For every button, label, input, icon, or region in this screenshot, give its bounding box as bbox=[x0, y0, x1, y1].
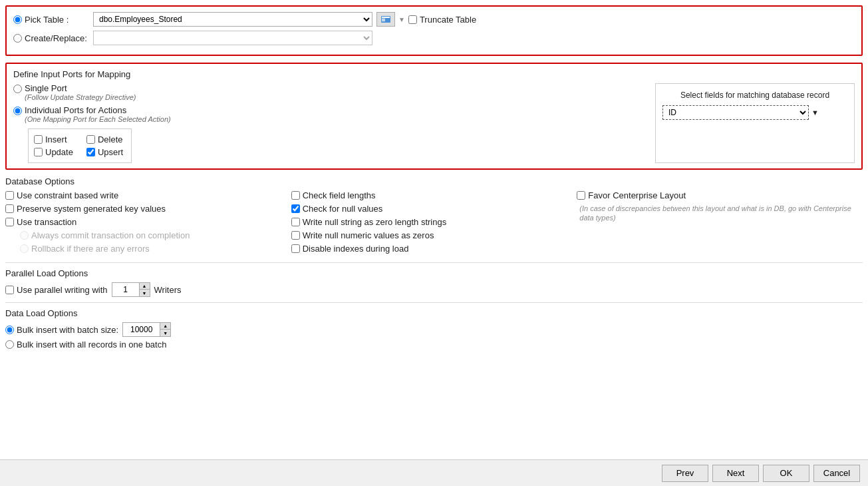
update-label: Update bbox=[45, 147, 73, 157]
toolbar-separator: ▼ bbox=[397, 16, 406, 23]
rollback-radio[interactable] bbox=[20, 244, 29, 253]
favor-centerprise-row: Favor Centerprise Layout bbox=[577, 190, 856, 200]
null-numeric-checkbox[interactable] bbox=[291, 231, 300, 240]
db-options-grid: Use constraint based write Preserve syst… bbox=[5, 190, 863, 257]
batch-size-spinner[interactable]: 10000 ▲ ▼ bbox=[122, 322, 171, 337]
check-field-lengths-row: Check field lengths bbox=[291, 190, 571, 200]
create-replace-radio[interactable] bbox=[13, 34, 22, 43]
batch-size-increment-button[interactable]: ▲ bbox=[160, 322, 170, 330]
data-load-section: Data Load Options Bulk insert with batch… bbox=[5, 308, 863, 350]
truncate-table-checkbox[interactable] bbox=[408, 15, 417, 24]
single-port-label: Single Port bbox=[25, 83, 136, 93]
centerprise-note-row: (In case of discrepancies between this l… bbox=[577, 204, 856, 223]
db-options-section: Database Options Use constraint based wr… bbox=[5, 176, 863, 257]
create-replace-label: Create/Replace: bbox=[25, 33, 87, 43]
favor-centerprise-text: Favor Centerprise Layout bbox=[588, 190, 686, 200]
writers-spinner[interactable]: 1 ▲ ▼ bbox=[112, 282, 150, 297]
ok-button[interactable]: OK bbox=[763, 465, 809, 482]
insert-checkbox[interactable] bbox=[34, 135, 43, 144]
rollback-text: Rollback if there are any errors bbox=[31, 244, 150, 254]
writers-input[interactable]: 1 bbox=[112, 283, 139, 296]
single-port-radio[interactable] bbox=[13, 85, 22, 93]
use-transaction-label[interactable]: Use transaction bbox=[5, 217, 76, 227]
svg-rect-3 bbox=[382, 21, 385, 22]
use-transaction-checkbox[interactable] bbox=[5, 218, 14, 226]
truncate-table-checkbox-label[interactable]: Truncate Table bbox=[408, 15, 476, 25]
insert-checkbox-label[interactable]: Insert bbox=[34, 134, 73, 144]
bulk-all-label[interactable]: Bulk insert with all records in one batc… bbox=[5, 340, 166, 350]
bulk-all-text: Bulk insert with all records in one batc… bbox=[17, 340, 166, 350]
always-commit-radio[interactable] bbox=[20, 231, 29, 240]
batch-size-input[interactable]: 10000 bbox=[123, 323, 160, 336]
delete-checkbox-label[interactable]: Delete bbox=[86, 134, 126, 144]
preserve-keys-row: Preserve system generated key values bbox=[5, 204, 285, 214]
upsert-checkbox-label[interactable]: Upsert bbox=[86, 147, 126, 157]
pick-table-radio-label[interactable]: Pick Table : bbox=[13, 15, 93, 25]
pick-table-label: Pick Table : bbox=[25, 15, 69, 25]
always-commit-text: Always commit transaction on completion bbox=[31, 230, 190, 240]
table-browse-button[interactable] bbox=[376, 12, 395, 27]
truncate-table-label: Truncate Table bbox=[420, 15, 476, 25]
field-dropdown-arrow[interactable]: ▼ bbox=[811, 109, 819, 117]
table-browse-icon bbox=[380, 15, 391, 24]
check-null-values-checkbox[interactable] bbox=[291, 204, 300, 213]
bulk-batch-label[interactable]: Bulk insert with batch size: bbox=[5, 325, 118, 335]
footer: Prev Next OK Cancel bbox=[0, 459, 868, 486]
db-col-1: Use constraint based write Preserve syst… bbox=[5, 190, 291, 257]
individual-port-sub: (One Mapping Port for Each Selected Acti… bbox=[25, 115, 171, 123]
cancel-button[interactable]: Cancel bbox=[813, 465, 860, 482]
field-dropdown[interactable]: ID bbox=[662, 105, 809, 120]
batch-size-decrement-button[interactable]: ▼ bbox=[160, 330, 170, 337]
check-null-values-label[interactable]: Check for null values bbox=[291, 204, 383, 214]
upsert-checkbox[interactable] bbox=[86, 148, 95, 156]
check-null-values-row: Check for null values bbox=[291, 204, 571, 214]
parallel-writing-checkbox[interactable] bbox=[5, 286, 14, 294]
centerprise-note: (In case of discrepancies between this l… bbox=[579, 204, 856, 223]
constraint-write-label[interactable]: Use constraint based write bbox=[5, 190, 118, 200]
individual-port-radio[interactable] bbox=[13, 107, 22, 115]
rollback-label[interactable]: Rollback if there are any errors bbox=[20, 244, 150, 254]
create-replace-radio-label[interactable]: Create/Replace: bbox=[13, 33, 93, 43]
writers-decrement-button[interactable]: ▼ bbox=[139, 290, 150, 297]
null-string-row: Write null string as zero length strings bbox=[291, 217, 571, 227]
create-replace-dropdown[interactable] bbox=[93, 31, 372, 45]
constraint-write-checkbox[interactable] bbox=[5, 191, 14, 200]
next-button[interactable]: Next bbox=[712, 465, 759, 482]
disable-indexes-checkbox[interactable] bbox=[291, 244, 300, 253]
pick-table-radio[interactable] bbox=[13, 15, 22, 24]
constraint-write-text: Use constraint based write bbox=[17, 190, 118, 200]
single-port-sub: (Follow Update Strategy Directive) bbox=[25, 93, 136, 101]
db-col-2: Check field lengths Check for null value… bbox=[291, 190, 577, 257]
select-fields-label: Select fields for matching database reco… bbox=[662, 91, 847, 100]
always-commit-label[interactable]: Always commit transaction on completion bbox=[20, 230, 190, 240]
null-numeric-label[interactable]: Write null numeric values as zeros bbox=[291, 230, 434, 240]
check-field-lengths-checkbox[interactable] bbox=[291, 191, 300, 200]
null-string-label[interactable]: Write null string as zero length strings bbox=[291, 217, 447, 227]
ports-layout: Single Port (Follow Update Strategy Dire… bbox=[13, 83, 855, 163]
bulk-batch-row: Bulk insert with batch size: 10000 ▲ ▼ bbox=[5, 322, 863, 337]
update-checkbox-label[interactable]: Update bbox=[34, 147, 73, 157]
parallel-load-title: Parallel Load Options bbox=[5, 268, 863, 278]
preserve-keys-label[interactable]: Preserve system generated key values bbox=[5, 204, 166, 214]
bulk-all-radio[interactable] bbox=[5, 340, 14, 349]
single-port-option: Single Port (Follow Update Strategy Dire… bbox=[13, 83, 642, 101]
disable-indexes-label[interactable]: Disable indexes during load bbox=[291, 244, 409, 254]
prev-button[interactable]: Prev bbox=[662, 465, 708, 482]
preserve-keys-checkbox[interactable] bbox=[5, 204, 14, 213]
table-picker-dropdown[interactable]: dbo.Employees_Stored bbox=[93, 12, 372, 27]
upsert-label: Upsert bbox=[98, 147, 123, 157]
delete-checkbox[interactable] bbox=[86, 135, 95, 144]
bulk-batch-radio[interactable] bbox=[5, 326, 14, 334]
update-checkbox[interactable] bbox=[34, 148, 43, 156]
create-replace-row: Create/Replace: bbox=[13, 31, 855, 45]
ports-left: Single Port (Follow Update Strategy Dire… bbox=[13, 83, 642, 163]
parallel-writing-label[interactable]: Use parallel writing with bbox=[5, 285, 108, 295]
disable-indexes-row: Disable indexes during load bbox=[291, 244, 571, 254]
insert-label: Insert bbox=[45, 134, 67, 144]
favor-centerprise-label[interactable]: Favor Centerprise Layout bbox=[577, 190, 686, 200]
check-field-lengths-label[interactable]: Check field lengths bbox=[291, 190, 376, 200]
writers-increment-button[interactable]: ▲ bbox=[139, 282, 150, 290]
null-string-checkbox[interactable] bbox=[291, 218, 300, 226]
favor-centerprise-checkbox[interactable] bbox=[577, 191, 585, 200]
preserve-keys-text: Preserve system generated key values bbox=[17, 204, 166, 214]
